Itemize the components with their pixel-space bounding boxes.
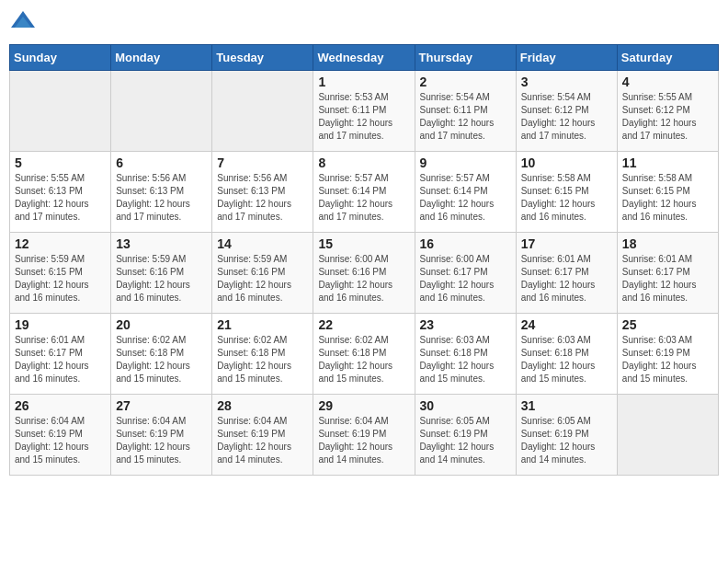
calendar-cell: 13Sunrise: 5:59 AM Sunset: 6:16 PM Dayli… bbox=[111, 233, 212, 314]
header-row: SundayMondayTuesdayWednesdayThursdayFrid… bbox=[10, 45, 719, 71]
day-info: Sunrise: 6:01 AM Sunset: 6:17 PM Dayligh… bbox=[622, 253, 713, 304]
calendar-cell: 10Sunrise: 5:58 AM Sunset: 6:15 PM Dayli… bbox=[516, 152, 617, 233]
day-header: Wednesday bbox=[313, 45, 415, 71]
day-info: Sunrise: 5:59 AM Sunset: 6:16 PM Dayligh… bbox=[116, 253, 207, 304]
calendar-cell: 22Sunrise: 6:02 AM Sunset: 6:18 PM Dayli… bbox=[313, 314, 415, 395]
day-info: Sunrise: 6:00 AM Sunset: 6:16 PM Dayligh… bbox=[318, 253, 409, 304]
day-info: Sunrise: 5:53 AM Sunset: 6:11 PM Dayligh… bbox=[318, 91, 409, 143]
day-header: Saturday bbox=[617, 45, 718, 71]
day-info: Sunrise: 6:03 AM Sunset: 6:19 PM Dayligh… bbox=[622, 334, 713, 385]
calendar-cell: 11Sunrise: 5:58 AM Sunset: 6:15 PM Dayli… bbox=[617, 152, 718, 233]
day-number: 24 bbox=[521, 317, 612, 332]
day-header: Monday bbox=[111, 45, 212, 71]
logo-icon bbox=[9, 9, 37, 37]
day-info: Sunrise: 6:03 AM Sunset: 6:18 PM Dayligh… bbox=[420, 334, 511, 385]
calendar-cell: 26Sunrise: 6:04 AM Sunset: 6:19 PM Dayli… bbox=[10, 395, 111, 476]
calendar-cell bbox=[10, 71, 111, 152]
day-info: Sunrise: 5:54 AM Sunset: 6:11 PM Dayligh… bbox=[420, 91, 511, 143]
day-number: 11 bbox=[622, 155, 713, 170]
calendar-cell bbox=[617, 395, 718, 476]
day-info: Sunrise: 6:03 AM Sunset: 6:18 PM Dayligh… bbox=[521, 334, 612, 385]
calendar-cell: 23Sunrise: 6:03 AM Sunset: 6:18 PM Dayli… bbox=[415, 314, 516, 395]
day-number: 7 bbox=[217, 155, 308, 170]
day-header: Thursday bbox=[415, 45, 516, 71]
calendar-week-row: 1Sunrise: 5:53 AM Sunset: 6:11 PM Daylig… bbox=[10, 71, 719, 152]
calendar-cell: 7Sunrise: 5:56 AM Sunset: 6:13 PM Daylig… bbox=[212, 152, 313, 233]
calendar-cell: 24Sunrise: 6:03 AM Sunset: 6:18 PM Dayli… bbox=[516, 314, 617, 395]
day-info: Sunrise: 6:00 AM Sunset: 6:17 PM Dayligh… bbox=[420, 253, 511, 304]
day-number: 13 bbox=[116, 236, 207, 251]
day-info: Sunrise: 5:58 AM Sunset: 6:15 PM Dayligh… bbox=[622, 172, 713, 224]
day-number: 4 bbox=[622, 75, 713, 89]
calendar-cell: 17Sunrise: 6:01 AM Sunset: 6:17 PM Dayli… bbox=[516, 233, 617, 314]
day-number: 1 bbox=[318, 75, 409, 89]
day-number: 2 bbox=[420, 75, 511, 89]
day-number: 20 bbox=[116, 317, 207, 332]
day-number: 31 bbox=[521, 398, 612, 413]
day-number: 25 bbox=[622, 317, 713, 332]
calendar-cell: 28Sunrise: 6:04 AM Sunset: 6:19 PM Dayli… bbox=[212, 395, 313, 476]
calendar-cell: 15Sunrise: 6:00 AM Sunset: 6:16 PM Dayli… bbox=[313, 233, 415, 314]
day-info: Sunrise: 6:04 AM Sunset: 6:19 PM Dayligh… bbox=[116, 415, 207, 466]
calendar-cell: 31Sunrise: 6:05 AM Sunset: 6:19 PM Dayli… bbox=[516, 395, 617, 476]
calendar-cell: 12Sunrise: 5:59 AM Sunset: 6:15 PM Dayli… bbox=[10, 233, 111, 314]
day-number: 17 bbox=[521, 236, 612, 251]
calendar-cell: 3Sunrise: 5:54 AM Sunset: 6:12 PM Daylig… bbox=[516, 71, 617, 152]
day-number: 14 bbox=[217, 236, 308, 251]
day-info: Sunrise: 5:57 AM Sunset: 6:14 PM Dayligh… bbox=[420, 172, 511, 224]
logo bbox=[9, 9, 40, 37]
day-info: Sunrise: 6:04 AM Sunset: 6:19 PM Dayligh… bbox=[217, 415, 308, 466]
calendar-cell: 6Sunrise: 5:56 AM Sunset: 6:13 PM Daylig… bbox=[111, 152, 212, 233]
day-header: Friday bbox=[516, 45, 617, 71]
calendar-cell: 18Sunrise: 6:01 AM Sunset: 6:17 PM Dayli… bbox=[617, 233, 718, 314]
calendar-cell: 27Sunrise: 6:04 AM Sunset: 6:19 PM Dayli… bbox=[111, 395, 212, 476]
calendar-cell: 1Sunrise: 5:53 AM Sunset: 6:11 PM Daylig… bbox=[313, 71, 415, 152]
day-header: Sunday bbox=[10, 45, 111, 71]
calendar-cell bbox=[111, 71, 212, 152]
day-number: 22 bbox=[318, 317, 409, 332]
calendar-week-row: 19Sunrise: 6:01 AM Sunset: 6:17 PM Dayli… bbox=[10, 314, 719, 395]
day-info: Sunrise: 6:05 AM Sunset: 6:19 PM Dayligh… bbox=[420, 415, 511, 466]
calendar-week-row: 5Sunrise: 5:55 AM Sunset: 6:13 PM Daylig… bbox=[10, 152, 719, 233]
calendar-cell: 9Sunrise: 5:57 AM Sunset: 6:14 PM Daylig… bbox=[415, 152, 516, 233]
day-number: 30 bbox=[420, 398, 511, 413]
calendar-cell: 29Sunrise: 6:04 AM Sunset: 6:19 PM Dayli… bbox=[313, 395, 415, 476]
day-number: 19 bbox=[15, 317, 106, 332]
day-number: 10 bbox=[521, 155, 612, 170]
calendar-cell: 20Sunrise: 6:02 AM Sunset: 6:18 PM Dayli… bbox=[111, 314, 212, 395]
calendar-cell: 16Sunrise: 6:00 AM Sunset: 6:17 PM Dayli… bbox=[415, 233, 516, 314]
day-number: 15 bbox=[318, 236, 409, 251]
calendar-cell: 8Sunrise: 5:57 AM Sunset: 6:14 PM Daylig… bbox=[313, 152, 415, 233]
calendar-cell: 21Sunrise: 6:02 AM Sunset: 6:18 PM Dayli… bbox=[212, 314, 313, 395]
day-info: Sunrise: 6:01 AM Sunset: 6:17 PM Dayligh… bbox=[15, 334, 106, 385]
day-number: 18 bbox=[622, 236, 713, 251]
day-info: Sunrise: 6:04 AM Sunset: 6:19 PM Dayligh… bbox=[15, 415, 106, 466]
day-info: Sunrise: 5:55 AM Sunset: 6:13 PM Dayligh… bbox=[15, 172, 106, 224]
day-number: 8 bbox=[318, 155, 409, 170]
day-info: Sunrise: 5:58 AM Sunset: 6:15 PM Dayligh… bbox=[521, 172, 612, 224]
day-info: Sunrise: 5:56 AM Sunset: 6:13 PM Dayligh… bbox=[217, 172, 308, 224]
day-number: 29 bbox=[318, 398, 409, 413]
page-header bbox=[9, 9, 719, 37]
calendar-cell: 25Sunrise: 6:03 AM Sunset: 6:19 PM Dayli… bbox=[617, 314, 718, 395]
day-number: 9 bbox=[420, 155, 511, 170]
day-info: Sunrise: 6:02 AM Sunset: 6:18 PM Dayligh… bbox=[318, 334, 409, 385]
day-info: Sunrise: 5:59 AM Sunset: 6:15 PM Dayligh… bbox=[15, 253, 106, 304]
calendar-week-row: 12Sunrise: 5:59 AM Sunset: 6:15 PM Dayli… bbox=[10, 233, 719, 314]
day-number: 6 bbox=[116, 155, 207, 170]
calendar-table: SundayMondayTuesdayWednesdayThursdayFrid… bbox=[9, 44, 719, 476]
day-header: Tuesday bbox=[212, 45, 313, 71]
calendar-cell: 4Sunrise: 5:55 AM Sunset: 6:12 PM Daylig… bbox=[617, 71, 718, 152]
calendar-cell: 14Sunrise: 5:59 AM Sunset: 6:16 PM Dayli… bbox=[212, 233, 313, 314]
day-number: 27 bbox=[116, 398, 207, 413]
day-number: 5 bbox=[15, 155, 106, 170]
day-info: Sunrise: 6:05 AM Sunset: 6:19 PM Dayligh… bbox=[521, 415, 612, 466]
day-info: Sunrise: 6:04 AM Sunset: 6:19 PM Dayligh… bbox=[318, 415, 409, 466]
day-info: Sunrise: 6:01 AM Sunset: 6:17 PM Dayligh… bbox=[521, 253, 612, 304]
day-info: Sunrise: 5:54 AM Sunset: 6:12 PM Dayligh… bbox=[521, 91, 612, 143]
day-info: Sunrise: 5:57 AM Sunset: 6:14 PM Dayligh… bbox=[318, 172, 409, 224]
day-number: 16 bbox=[420, 236, 511, 251]
calendar-cell: 30Sunrise: 6:05 AM Sunset: 6:19 PM Dayli… bbox=[415, 395, 516, 476]
day-number: 28 bbox=[217, 398, 308, 413]
calendar-cell: 2Sunrise: 5:54 AM Sunset: 6:11 PM Daylig… bbox=[415, 71, 516, 152]
